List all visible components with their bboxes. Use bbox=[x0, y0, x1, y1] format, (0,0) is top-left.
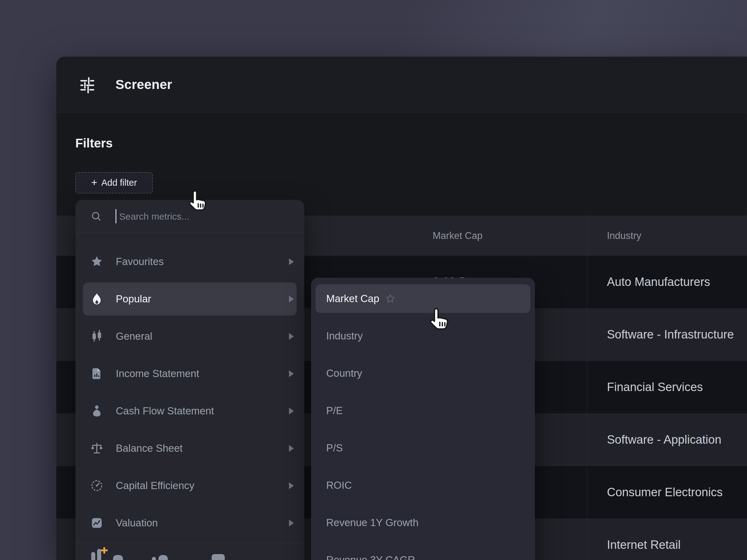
filters-heading: Filters bbox=[75, 136, 113, 150]
metric-category-label: General bbox=[116, 330, 152, 342]
metric-category-label: Valuation bbox=[116, 517, 158, 529]
metric-label: P/E bbox=[326, 405, 343, 417]
metric-category-item[interactable]: Favourites bbox=[76, 243, 304, 280]
sliders-icon bbox=[78, 75, 96, 93]
chevron-right-icon bbox=[288, 295, 295, 303]
chevron-right-icon bbox=[288, 258, 295, 266]
star-icon bbox=[90, 255, 104, 268]
metric-category-label: Favourites bbox=[116, 256, 164, 268]
chevron-right-icon bbox=[288, 407, 295, 415]
metric-submenu: Market Cap Industry Country P/E P/S ROIC bbox=[311, 278, 535, 560]
metric-category-label: Capital Efficiency bbox=[116, 480, 195, 491]
add-filter-label: Add filter bbox=[101, 178, 137, 188]
gauge-icon bbox=[90, 479, 104, 492]
search-input[interactable] bbox=[119, 200, 294, 233]
chevron-right-icon bbox=[288, 482, 295, 490]
industry-cell: Consumer Electronics bbox=[607, 486, 723, 499]
metric-category-item[interactable]: Valuation bbox=[76, 504, 304, 542]
metric-label: Market Cap bbox=[326, 293, 380, 304]
industry-cell: Financial Services bbox=[607, 380, 703, 394]
column-header-market-cap[interactable]: Market Cap bbox=[433, 230, 483, 241]
metric-item[interactable]: Industry bbox=[311, 317, 535, 355]
industry-cell: Internet Retail bbox=[607, 538, 681, 552]
metric-label: Revenue 1Y Growth bbox=[326, 517, 419, 529]
industry-cell: Software - Application bbox=[607, 433, 721, 447]
metric-item[interactable]: ROIC bbox=[311, 466, 535, 504]
metric-category-item[interactable]: Popular bbox=[76, 280, 304, 318]
flame-icon bbox=[90, 292, 104, 306]
industry-cell: Software - Infrastructure bbox=[607, 328, 734, 341]
add-filter-dropdown: Favourites Popular General bbox=[76, 200, 304, 560]
plus-sparkle-icon bbox=[99, 546, 109, 556]
chevron-right-icon bbox=[288, 370, 295, 378]
metric-category-item[interactable]: Balance Sheet bbox=[76, 430, 304, 467]
chevron-right-icon bbox=[288, 332, 295, 340]
metric-label: Country bbox=[326, 367, 362, 379]
metric-category-item[interactable]: Capital Efficiency bbox=[76, 467, 304, 504]
plus-icon: + bbox=[91, 177, 97, 189]
metric-category-item[interactable]: Cash Flow Statement bbox=[76, 392, 304, 430]
metric-label: Revenue 3Y CAGR bbox=[326, 554, 415, 560]
metric-category-label: Balance Sheet bbox=[116, 443, 183, 454]
document-chart-icon bbox=[90, 367, 104, 380]
metric-label: ROIC bbox=[326, 479, 352, 491]
metric-category-label: Cash Flow Statement bbox=[116, 405, 214, 417]
page-title: Screener bbox=[115, 57, 172, 113]
metric-item[interactable]: Revenue 3Y CAGR bbox=[311, 541, 535, 560]
column-header-industry[interactable]: Industry bbox=[607, 230, 641, 241]
industry-cell: Auto Manufacturers bbox=[607, 275, 710, 289]
metric-category-item[interactable]: General bbox=[76, 318, 304, 355]
chevron-right-icon bbox=[288, 519, 295, 527]
metric-search-row bbox=[76, 200, 304, 233]
metric-item[interactable]: P/S bbox=[311, 429, 535, 466]
search-icon bbox=[91, 211, 102, 222]
add-filter-button[interactable]: + Add filter bbox=[75, 172, 153, 193]
column-divider bbox=[587, 216, 587, 560]
favourite-star-icon[interactable] bbox=[385, 293, 396, 304]
money-bag-icon bbox=[90, 404, 104, 418]
metric-item[interactable]: Market Cap bbox=[311, 280, 535, 317]
clipped-text bbox=[113, 555, 123, 560]
metric-category-list: Favourites Popular General bbox=[76, 233, 304, 542]
metric-item[interactable]: Revenue 1Y Growth bbox=[311, 504, 535, 541]
chart-image-icon bbox=[90, 516, 104, 530]
clipped-badge bbox=[212, 554, 225, 560]
balance-scale-icon bbox=[90, 442, 104, 455]
metric-list: Market Cap Industry Country P/E P/S ROIC bbox=[311, 278, 535, 560]
metric-category-item[interactable]: Income Statement bbox=[76, 355, 304, 392]
chevron-right-icon bbox=[288, 444, 295, 452]
metric-category-label: Income Statement bbox=[116, 368, 199, 379]
metric-item[interactable]: P/E bbox=[311, 392, 535, 429]
metric-label: P/S bbox=[326, 442, 343, 454]
screener-window: Screener Filters + Add filter Market Cap… bbox=[56, 57, 747, 560]
metric-label: Industry bbox=[326, 330, 363, 342]
metric-item[interactable]: Country bbox=[311, 355, 535, 392]
clipped-metric-icon bbox=[91, 552, 95, 560]
text-caret bbox=[115, 209, 117, 223]
metric-category-label: Popular bbox=[116, 293, 151, 305]
titlebar: Screener bbox=[56, 57, 747, 113]
menu-divider bbox=[76, 543, 304, 543]
candlestick-icon bbox=[90, 329, 104, 343]
